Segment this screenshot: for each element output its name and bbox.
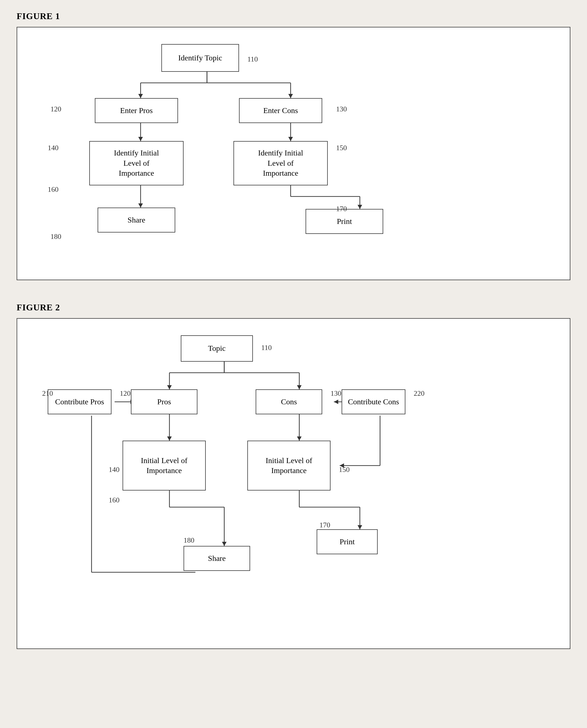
ref-220-fig2: 220 — [414, 389, 424, 398]
print-box-fig2: Print — [316, 529, 378, 554]
ref-210-fig2: 210 — [42, 389, 53, 398]
svg-marker-29 — [297, 436, 302, 441]
ref-180-fig2: 180 — [184, 536, 194, 544]
importance-left-box-fig1: Identify Initial Level of Importance — [89, 141, 184, 186]
svg-marker-9 — [138, 137, 143, 141]
ref-120-fig2: 120 — [120, 389, 131, 398]
topic-box: Topic — [181, 335, 253, 362]
ref-180-fig1: 180 — [50, 233, 61, 241]
enter-pros-box: Enter Pros — [95, 98, 178, 123]
figure2-container: Topic 110 Pros 120 Cons 130 Contribute P… — [17, 318, 570, 649]
contribute-pros-box: Contribute Pros — [48, 389, 112, 414]
svg-marker-3 — [138, 94, 143, 98]
figure1-flowchart: Identify Topic 110 Enter Pros 120 Enter … — [34, 39, 553, 266]
svg-marker-39 — [358, 525, 362, 529]
identify-topic-box: Identify Topic — [161, 44, 239, 72]
ref-150-fig2: 150 — [339, 466, 350, 474]
svg-marker-13 — [138, 203, 143, 208]
svg-marker-11 — [288, 137, 293, 141]
svg-marker-25 — [297, 385, 302, 389]
figure2-flowchart: Topic 110 Pros 120 Cons 130 Contribute P… — [34, 330, 553, 635]
svg-marker-41 — [222, 542, 227, 546]
ref-130-fig2: 130 — [330, 389, 341, 398]
ref-160-fig1: 160 — [48, 186, 58, 194]
svg-marker-27 — [167, 436, 172, 441]
svg-marker-7 — [288, 94, 293, 98]
share-box-fig1: Share — [98, 208, 175, 233]
ref-150-fig1: 150 — [336, 144, 347, 152]
ref-170-fig1: 170 — [336, 205, 347, 213]
figure2-label: FIGURE 2 — [17, 302, 570, 313]
ref-110-fig1: 110 — [247, 55, 258, 64]
svg-marker-21 — [167, 385, 172, 389]
importance-right-box-fig1: Identify Initial Level of Importance — [233, 141, 328, 186]
ref-170-fig2: 170 — [320, 521, 330, 529]
importance-right-box-fig2: Initial Level of Importance — [247, 441, 330, 490]
ref-140-fig1: 140 — [48, 144, 58, 152]
ref-120-fig1: 120 — [50, 105, 61, 113]
ref-130-fig1: 130 — [336, 105, 347, 113]
share-box-fig2: Share — [184, 546, 250, 571]
importance-left-box-fig2: Initial Level of Importance — [122, 441, 206, 490]
svg-marker-17 — [358, 205, 362, 209]
pros-box: Pros — [131, 389, 197, 414]
ref-140-fig2: 140 — [109, 466, 119, 474]
enter-cons-box: Enter Cons — [239, 98, 322, 123]
figure1-container: Identify Topic 110 Enter Pros 120 Enter … — [17, 27, 570, 280]
cons-box: Cons — [256, 389, 322, 414]
ref-110-fig2: 110 — [261, 344, 272, 352]
svg-marker-33 — [334, 399, 338, 404]
figure1-label: FIGURE 1 — [17, 11, 570, 21]
ref-160-fig2: 160 — [109, 496, 119, 504]
contribute-cons-box: Contribute Cons — [342, 389, 405, 414]
